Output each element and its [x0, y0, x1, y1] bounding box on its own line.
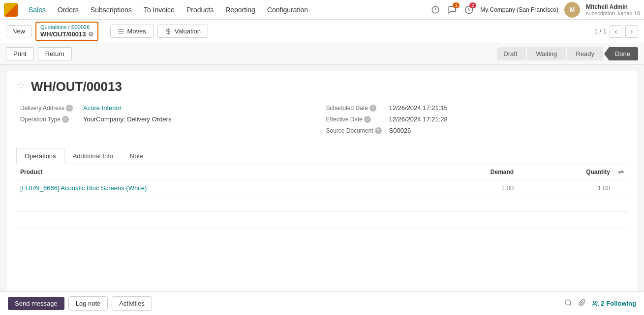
source-document-help[interactable]: ? — [375, 127, 382, 134]
control-bar: Print Return Draft Waiting Ready Done — [0, 43, 644, 65]
source-document-row: Source Document ? S00026 — [326, 127, 624, 134]
delivery-address-label: Delivery Address ? — [20, 105, 79, 112]
scheduled-date-label: Scheduled Date ? — [326, 105, 385, 112]
user-info: Mitchell Admin subscription_kanak-18 — [586, 3, 640, 16]
form-right: Scheduled Date ? 12/26/2024 17:21:15 Eff… — [322, 104, 628, 138]
moves-button[interactable]: Moves — [110, 25, 153, 38]
breadcrumb-parent[interactable]: Quotations / S00026 — [40, 24, 93, 30]
nav-subscriptions[interactable]: Subscriptions — [86, 4, 137, 16]
operation-type-label: Operation Type ? — [20, 116, 79, 123]
tabs: Operations Additional Info Note — [16, 148, 628, 164]
operation-type-row: Operation Type ? YourCompany: Delivery O… — [20, 115, 318, 123]
tab-operations[interactable]: Operations — [16, 148, 64, 164]
demand-cell: 1.00 — [423, 180, 518, 196]
status-pipeline: Draft Waiting Ready Done — [497, 47, 638, 60]
nav-sales[interactable]: Sales — [24, 4, 51, 16]
next-page-button[interactable]: › — [625, 25, 638, 38]
log-note-button[interactable]: Log note — [68, 296, 108, 303]
effective-date-value: 12/26/2024 17:21:28 — [389, 115, 448, 123]
activities-button[interactable]: Activities — [112, 296, 152, 303]
tab-note[interactable]: Note — [122, 148, 152, 164]
search-icon[interactable] — [564, 299, 572, 303]
main-content: ☆ WH/OUT/00013 Delivery Address ? Azure … — [6, 71, 638, 297]
delivery-address-row: Delivery Address ? Azure Interior — [20, 104, 318, 112]
prev-page-button[interactable]: ‹ — [610, 25, 622, 38]
table-empty-row-1 — [16, 196, 628, 212]
bug-icon[interactable] — [430, 4, 441, 15]
new-button[interactable]: New — [6, 25, 31, 37]
pagination: 1 / 1 ‹ › — [594, 25, 638, 38]
navbar: Sales Orders Subscriptions To Invoice Pr… — [0, 0, 644, 20]
table-settings-icon[interactable]: ⇌ — [618, 168, 624, 176]
settings-gear-icon[interactable]: ⚙ — [88, 31, 93, 39]
operation-type-help[interactable]: ? — [62, 116, 69, 123]
alert-icon[interactable]: 2 — [463, 4, 474, 15]
svg-point-8 — [593, 301, 596, 303]
table-row: [FURN_6666] Acoustic Bloc Screens (White… — [16, 180, 628, 196]
navbar-right: 1 2 My Company (San Francisco) M Mitchel… — [430, 2, 640, 18]
source-document-value: S00026 — [389, 127, 411, 134]
form-fields: Delivery Address ? Azure Interior Operat… — [16, 104, 628, 138]
attachment-icon[interactable] — [578, 299, 586, 303]
footer-bar: Send message Log note Activities 2 Follo… — [0, 291, 644, 303]
following-count: 2 — [601, 300, 604, 303]
nav-products[interactable]: Products — [182, 4, 218, 16]
row-actions-cell — [614, 180, 628, 196]
nav-configuration[interactable]: Configuration — [262, 4, 313, 16]
action-bar: New Quotations / S00026 WH/OUT/00013 ⚙ M… — [0, 20, 644, 43]
status-ready[interactable]: Ready — [567, 47, 603, 60]
action-buttons: Moves Valuation — [110, 25, 209, 38]
col-demand: Demand — [423, 164, 518, 180]
doc-title: WH/OUT/00013 — [31, 79, 122, 94]
status-done[interactable]: Done — [604, 47, 638, 60]
col-product: Product — [16, 164, 423, 180]
status-draft[interactable]: Draft — [497, 47, 526, 60]
company-name: My Company (San Francisco) — [480, 6, 558, 13]
send-message-button[interactable]: Send message — [8, 297, 64, 303]
favorite-star-icon[interactable]: ☆ — [16, 79, 25, 91]
user-subscription: subscription_kanak-18 — [586, 10, 640, 16]
breadcrumb: Quotations / S00026 WH/OUT/00013 ⚙ — [35, 22, 98, 41]
col-settings: ⇌ — [614, 164, 628, 180]
product-cell[interactable]: [FURN_6666] Acoustic Bloc Screens (White… — [16, 180, 423, 196]
nav-orders[interactable]: Orders — [53, 4, 84, 16]
user-name: Mitchell Admin — [586, 3, 640, 10]
app-logo[interactable] — [4, 3, 18, 17]
doc-header: ☆ WH/OUT/00013 — [16, 79, 628, 94]
following-label: Following — [606, 300, 636, 303]
form-left: Delivery Address ? Azure Interior Operat… — [16, 104, 322, 138]
print-button[interactable]: Print — [6, 47, 34, 60]
footer-right: 2 Following — [564, 299, 636, 303]
nav-reporting[interactable]: Reporting — [220, 4, 260, 16]
effective-date-help[interactable]: ? — [364, 116, 371, 123]
table-empty-row-2 — [16, 212, 628, 228]
delivery-address-help[interactable]: ? — [66, 105, 73, 112]
following-button[interactable]: 2 Following — [592, 300, 636, 303]
source-document-label: Source Document ? — [326, 127, 385, 134]
breadcrumb-current: WH/OUT/00013 ⚙ — [40, 30, 93, 39]
scheduled-date-help[interactable]: ? — [369, 105, 376, 112]
valuation-button[interactable]: Valuation — [157, 25, 208, 38]
avatar[interactable]: M — [564, 2, 580, 18]
operation-type-value: YourCompany: Delivery Orders — [83, 115, 171, 123]
nav-to-invoice[interactable]: To Invoice — [139, 4, 180, 16]
col-quantity: Quantity — [518, 164, 614, 180]
chat-badge: 1 — [453, 2, 460, 8]
chat-icon[interactable]: 1 — [447, 4, 458, 15]
return-button[interactable]: Return — [38, 47, 72, 60]
pagination-text: 1 / 1 — [594, 28, 607, 35]
status-waiting[interactable]: Waiting — [527, 47, 566, 60]
scheduled-date-row: Scheduled Date ? 12/26/2024 17:21:15 — [326, 104, 624, 112]
effective-date-label: Effective Date ? — [326, 116, 385, 123]
operations-table: Product Demand Quantity ⇌ [FURN_6666] Ac… — [16, 164, 628, 228]
delivery-address-value[interactable]: Azure Interior — [83, 104, 122, 112]
scheduled-date-value: 12/26/2024 17:21:15 — [389, 104, 448, 112]
svg-point-6 — [565, 300, 571, 303]
effective-date-row: Effective Date ? 12/26/2024 17:21:28 — [326, 115, 624, 123]
quantity-cell: 1.00 — [518, 180, 614, 196]
tab-additional-info[interactable]: Additional Info — [64, 148, 122, 164]
alert-badge: 2 — [469, 2, 476, 8]
